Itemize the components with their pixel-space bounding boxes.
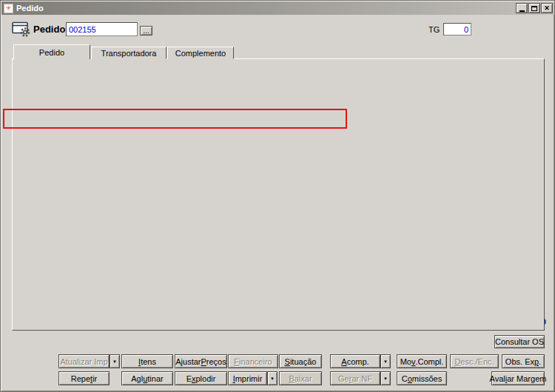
minimize-button[interactable] — [516, 3, 528, 13]
pedido-browse-button[interactable]: ... — [140, 26, 152, 36]
gerar-nf-button: Gerar NF — [330, 371, 380, 385]
tab-page-pedido — [12, 58, 545, 331]
atualizar-imp-button: Atualizar Imp — [58, 354, 110, 368]
aglutinar-button[interactable]: Aglutinar — [121, 371, 173, 385]
minimize-icon — [519, 10, 525, 12]
obs-exp-button[interactable]: Obs. Exp. — [502, 354, 545, 368]
acomp-dropdown-button[interactable]: ▼ — [380, 354, 391, 368]
maximize-button[interactable] — [528, 3, 540, 13]
situacao-button[interactable]: Situação — [279, 354, 322, 368]
tab-complemento[interactable]: Complemento — [167, 47, 234, 59]
pedido-form-icon — [12, 21, 30, 37]
close-button[interactable]: ✕ — [541, 3, 553, 13]
repetir-button[interactable]: Repetir — [58, 371, 110, 385]
desc-enc-button: Desc./Enc. — [450, 354, 499, 368]
close-icon: ✕ — [544, 5, 550, 12]
window-title: Pedido — [16, 4, 44, 13]
atualizar-imp-dropdown-button[interactable]: ▼ — [110, 354, 120, 368]
pedido-window: ✳ Pedido ✕ Pedido 002155 ... TG 0 Pedido… — [0, 0, 555, 392]
imprimir-dropdown-button[interactable]: ▼ — [267, 371, 278, 385]
mov-compl-button[interactable]: Mov.Compl. — [397, 354, 447, 368]
avaliar-margem-button[interactable]: Avaliar Margem — [491, 371, 545, 385]
explodir-button[interactable]: Explodir — [175, 371, 227, 385]
tg-label: TG — [428, 25, 440, 34]
tab-pedido[interactable]: Pedido — [13, 44, 90, 59]
financeiro-button: Financeiro — [228, 354, 278, 368]
maximize-icon — [531, 6, 537, 11]
itens-button[interactable]: Itens — [121, 354, 173, 368]
title-bar: ✳ Pedido ✕ — [1, 1, 555, 15]
acomp-button[interactable]: Acomp. — [330, 354, 380, 368]
baixar-button: Baixar — [279, 371, 322, 385]
tab-transportadora[interactable]: Transportadora — [91, 47, 166, 59]
ajustar-precos-button[interactable]: Ajustar Preços — [175, 354, 227, 368]
imprimir-button[interactable]: Imprimir — [228, 371, 267, 385]
window-controls: ✕ — [516, 3, 553, 13]
pedido-header-label: Pedido — [33, 24, 65, 35]
app-icon: ✳ — [4, 4, 13, 13]
tg-input[interactable]: 0 — [443, 23, 471, 36]
comissoes-button[interactable]: Comissões — [397, 371, 447, 385]
gerar-nf-dropdown-button[interactable]: ▼ — [380, 371, 391, 385]
consultar-os-button[interactable]: Consultar OS — [494, 335, 545, 348]
pedido-number-input[interactable]: 002155 — [66, 22, 138, 36]
